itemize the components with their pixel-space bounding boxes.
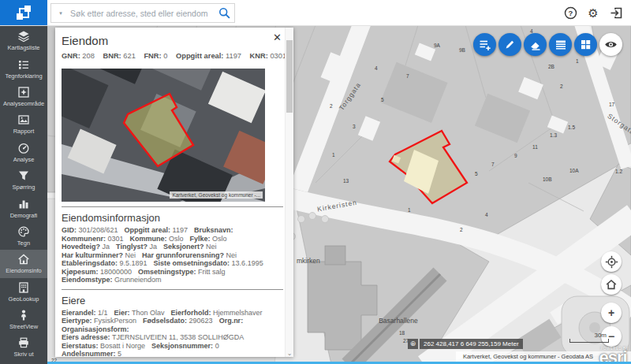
home-button[interactable] <box>601 274 622 295</box>
palette-icon <box>17 225 30 238</box>
building-icon <box>17 281 30 294</box>
layers-icon <box>17 30 30 43</box>
sidebar-item-label: Spørring <box>13 184 35 191</box>
visibility-eye-icon <box>604 38 618 51</box>
svg-text:?: ? <box>568 9 573 17</box>
panel-title: Eiendom <box>62 34 283 47</box>
measure-draw-button[interactable] <box>498 33 521 56</box>
house-icon <box>17 253 30 266</box>
sidebar-item-rapport[interactable]: Rapport <box>0 110 47 138</box>
help-icon[interactable]: ? <box>563 6 577 20</box>
place-label-domkirken: mkirken <box>297 257 320 265</box>
sidebar-item-skriv-ut[interactable]: Skriv ut <box>0 333 47 361</box>
eiere-fields: Eierandel: 1/1Eier: Thon OlavEierforhold… <box>62 309 283 358</box>
sidebar-item-label: Kartlagsliste <box>8 44 40 51</box>
erase-graphics-button[interactable] <box>524 33 547 56</box>
sidebar-item-tegn[interactable]: Tegn <box>0 222 47 250</box>
svg-text:4: 4 <box>485 212 488 217</box>
locate-button[interactable] <box>601 251 622 272</box>
scroll-down-chevron-icon[interactable]: ⌄ <box>286 350 293 357</box>
sidebar-item-tegnforklaring[interactable]: Tegnforklaring <box>0 54 47 82</box>
svg-text:9A: 9A <box>434 43 441 48</box>
scale-label: 30m <box>569 332 609 339</box>
svg-text:10A: 10A <box>569 168 579 173</box>
eraser-icon <box>529 39 542 51</box>
sidebar-item-geolookup[interactable]: GeoLookup <box>0 278 47 306</box>
home-icon <box>605 278 618 291</box>
app-window: ▾ ? ⚙ Kartlagsliste Tegnforklaring <box>0 0 631 364</box>
zoom-in-icon: + <box>608 306 614 319</box>
svg-text:1: 1 <box>332 152 335 158</box>
section-title-eiere: Eiere <box>62 295 283 306</box>
scale-line <box>569 339 609 343</box>
zoom-in-button[interactable]: + <box>601 303 622 323</box>
aerial-photo[interactable]: Kartverket, Geovekst og kommuner -... <box>62 69 265 202</box>
close-icon[interactable]: ✕ <box>273 32 282 43</box>
search-bar: ▾ <box>50 3 235 23</box>
panel-scrollbar[interactable]: ⌄ <box>285 28 293 357</box>
settings-gear-icon[interactable]: ⚙ <box>586 6 600 20</box>
locate-icon <box>605 255 618 269</box>
measure-pencil-icon <box>504 39 516 50</box>
attribute-table-icon <box>554 39 567 51</box>
app-logo[interactable] <box>0 0 47 25</box>
zoom-out-icon: − <box>608 330 614 343</box>
sidebar-item-analyseomrade[interactable]: Analyseområde <box>0 83 47 110</box>
basemap-gallery-button[interactable] <box>574 33 597 56</box>
section-title-eiendomsinformasjon: Eiendomsinformasjon <box>62 212 283 224</box>
sidebar-item-label: StreetView <box>9 323 38 330</box>
add-layer-icon <box>479 39 491 51</box>
sidebar: Kartlagsliste Tegnforklaring Analyseområ… <box>0 25 47 364</box>
svg-text:2: 2 <box>560 84 563 89</box>
sign-in-icon[interactable] <box>609 6 623 20</box>
sidebar-item-kartlagsliste[interactable]: Kartlagsliste <box>0 27 47 54</box>
property-summary: GNR: 208 BNR: 621 FNR: 0 Oppgitt areal: … <box>62 51 283 61</box>
svg-text:1.2: 1.2 <box>615 169 622 174</box>
add-layer-button[interactable] <box>473 33 496 56</box>
svg-text:9B: 9B <box>459 47 465 53</box>
svg-text:17: 17 <box>609 102 615 107</box>
sidebar-item-eiendomsinfo[interactable]: Eiendomsinfo <box>0 250 47 277</box>
sidebar-item-demografi[interactable]: Demografi <box>0 194 47 221</box>
svg-text:2: 2 <box>460 227 463 232</box>
logo-squares-icon <box>17 6 31 20</box>
search-dropdown-caret-icon[interactable]: ▾ <box>51 10 70 17</box>
sidebar-item-streetview[interactable]: StreetView <box>0 306 47 333</box>
coordinate-readout: ⊕ 262 428,417 6 649 255,159 Meter <box>408 339 523 349</box>
bar-chart-icon <box>17 198 30 210</box>
divider <box>62 206 283 207</box>
sidebar-item-label: Rapport <box>13 128 35 135</box>
attribute-table-button[interactable] <box>549 33 572 56</box>
svg-text:2B: 2B <box>548 64 554 69</box>
sidebar-item-label: Skriv ut <box>13 351 33 358</box>
sidebar-item-analyse[interactable]: Analyse <box>0 139 47 166</box>
svg-text:1: 1 <box>576 58 579 64</box>
area-star-icon <box>17 86 30 98</box>
svg-text:1.3: 1.3 <box>550 132 557 138</box>
pegman-icon <box>17 309 30 321</box>
svg-text:5: 5 <box>475 171 478 176</box>
place-label-basarhallene: Basarhallene <box>379 317 418 325</box>
legend-list-icon <box>17 58 30 71</box>
basemap-grid-icon <box>580 39 592 50</box>
svg-text:13: 13 <box>343 178 349 184</box>
coordinate-target-icon[interactable]: ⊕ <box>408 339 418 349</box>
top-bar: ▾ ? ⚙ <box>0 0 631 26</box>
svg-text:7: 7 <box>491 162 495 167</box>
gauge-icon <box>17 142 30 154</box>
sidebar-item-label: GeoLookup <box>9 295 39 303</box>
eiendom-panel: ✕ Eiendom GNR: 208 BNR: 621 FNR: 0 Oppgi… <box>55 28 293 357</box>
sidebar-item-sporring[interactable]: Spørring <box>0 166 47 194</box>
search-icon[interactable] <box>214 7 234 19</box>
visibility-toggle-button[interactable] <box>599 33 622 56</box>
sidebar-item-label: Analyse <box>13 156 35 163</box>
svg-text:18: 18 <box>399 330 405 336</box>
search-input[interactable] <box>70 9 214 18</box>
scrollbar-thumb[interactable] <box>286 40 293 113</box>
svg-text:7: 7 <box>406 73 409 79</box>
sidebar-item-label: Tegnforklaring <box>5 72 42 80</box>
funnel-icon <box>17 169 30 182</box>
svg-text:1.5: 1.5 <box>568 124 575 130</box>
svg-text:2: 2 <box>330 103 333 109</box>
printer-icon <box>17 336 30 349</box>
